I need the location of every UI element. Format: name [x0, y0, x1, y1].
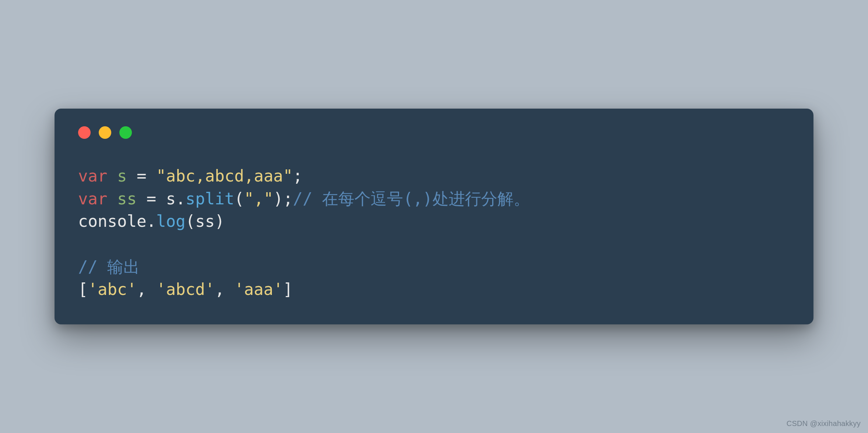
paren-close: ) — [273, 189, 283, 208]
method-name: split — [185, 189, 234, 208]
identifier: console — [78, 212, 146, 230]
semicolon: ; — [283, 189, 293, 208]
close-icon — [78, 126, 91, 139]
operator: = — [146, 189, 156, 208]
window-titlebar — [78, 126, 790, 139]
bracket-close: ] — [283, 280, 293, 299]
method-name: log — [156, 212, 185, 230]
paren-close: ) — [215, 212, 225, 230]
semicolon: ; — [293, 166, 303, 185]
identifier: s — [117, 166, 127, 185]
string-literal: 'abcd' — [156, 280, 215, 299]
comment: // 在每个逗号(,)处进行分解。 — [293, 189, 530, 208]
comma: , — [137, 280, 156, 299]
paren-open: ( — [185, 212, 195, 230]
maximize-icon — [119, 126, 132, 139]
string-literal: "abc,abcd,aaa" — [156, 166, 293, 185]
comment: // 输出 — [78, 257, 140, 276]
string-literal: 'aaa' — [234, 280, 283, 299]
keyword-var: var — [78, 189, 107, 208]
identifier: ss — [195, 212, 215, 230]
identifier: s — [166, 189, 176, 208]
code-window: var s = "abc,abcd,aaa"; var ss = s.split… — [55, 109, 813, 324]
identifier: ss — [117, 189, 137, 208]
dot: . — [146, 212, 156, 230]
watermark: CSDN @xixihahakkyy — [787, 419, 861, 428]
minimize-icon — [99, 126, 111, 139]
bracket-open: [ — [78, 280, 88, 299]
string-literal: "," — [244, 189, 273, 208]
dot: . — [176, 189, 186, 208]
code-block: var s = "abc,abcd,aaa"; var ss = s.split… — [78, 165, 790, 301]
string-literal: 'abc' — [88, 280, 137, 299]
operator: = — [137, 166, 147, 185]
comma: , — [215, 280, 234, 299]
paren-open: ( — [234, 189, 244, 208]
keyword-var: var — [78, 166, 107, 185]
